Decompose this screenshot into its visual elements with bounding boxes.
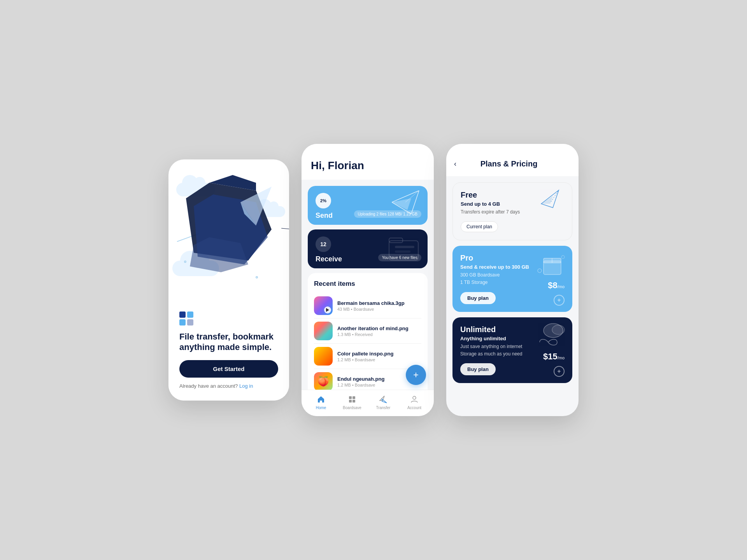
file-info-2: Another iteration of mind.png 1.3 MB • R…: [337, 326, 421, 337]
svg-marker-26: [541, 196, 553, 204]
hero-art: [168, 159, 289, 323]
receive-card[interactable]: 12 Receive You have 6 new files: [308, 229, 428, 268]
file-meta-4: 1.2 MB • Boardsave: [337, 383, 421, 387]
svg-rect-20: [349, 400, 352, 402]
svg-rect-16: [395, 250, 410, 253]
nav-boardsave-label: Boardsave: [343, 406, 361, 410]
svg-marker-17: [326, 308, 329, 312]
pro-plan-illustration: [536, 251, 567, 280]
file-meta-3: 1.2 MB • Boardsave: [337, 357, 421, 362]
file-info-3: Color pallete inspo.png 1.2 MB • Boardsa…: [337, 351, 421, 362]
nav-boardsave[interactable]: Boardsave: [340, 395, 364, 410]
home-greeting: Hi, Florian: [311, 159, 424, 172]
unlimited-plan-action: Buy plan: [460, 363, 565, 375]
plans-screen: ‹ Plans & Pricing Free Send up to 4 GB T…: [446, 144, 579, 416]
account-icon: [410, 395, 419, 404]
fab-button[interactable]: +: [406, 365, 426, 385]
svg-rect-9: [187, 319, 193, 326]
plan-card-free: Free Send up to 4 GB Transfers expire af…: [452, 182, 572, 240]
home-header: Hi, Florian: [302, 144, 434, 180]
file-item-3[interactable]: Color pallete inspo.png 1.2 MB • Boardsa…: [314, 344, 421, 369]
nav-transfer-label: Transfer: [376, 406, 391, 410]
plane-icon: [392, 191, 423, 215]
svg-rect-6: [179, 312, 186, 318]
file-name-3: Color pallete inspo.png: [337, 351, 421, 357]
home-icon: [316, 395, 326, 404]
screens-container: File transfer, bookmark anything made si…: [168, 144, 579, 416]
onboarding-bottom: File transfer, bookmark anything made si…: [168, 304, 289, 401]
file-meta-1: 43 MB • Boardsave: [337, 307, 421, 312]
already-account-text: Already have an account? Log in: [179, 383, 278, 389]
unlimited-price-unit: /mo: [558, 355, 565, 360]
nav-transfer[interactable]: Transfer: [372, 395, 395, 410]
file-thumb-gaming: [314, 296, 333, 315]
tagline: File transfer, bookmark anything made si…: [179, 332, 278, 352]
file-item-1[interactable]: Bermain bersama chika.3gp 43 MB • Boards…: [314, 293, 421, 318]
get-started-button[interactable]: Get Started: [179, 360, 278, 378]
login-link[interactable]: Log in: [239, 383, 253, 389]
plans-title: Plans & Pricing: [461, 159, 557, 168]
svg-rect-15: [395, 246, 414, 248]
transfer-icon: [379, 395, 388, 404]
plan-card-unlimited: Unlimited Anything unlimited Just save a…: [452, 317, 572, 383]
pro-price-unit: /mo: [558, 284, 565, 289]
bottom-navigation: Home Boardsave: [302, 390, 434, 416]
svg-rect-18: [349, 396, 352, 399]
pro-plan-price: $8/mo: [548, 280, 565, 290]
progress-circle: 2%: [316, 193, 331, 208]
pro-price-amount: $8: [548, 280, 557, 290]
svg-point-32: [561, 256, 565, 259]
svg-rect-21: [352, 400, 355, 402]
unlimited-plan-illustration: [532, 323, 567, 354]
onboarding-screen: File transfer, bookmark anything made si…: [168, 159, 289, 401]
free-plan-action: Current plan: [461, 221, 564, 232]
unlimited-plan-price: $15/mo: [543, 352, 565, 362]
file-item-2[interactable]: Another iteration of mind.png 1.3 MB • R…: [314, 318, 421, 344]
hero-illustration: [178, 167, 279, 284]
home-content: 2% Send Uploading 2 files 128 MB/ 1.23 G…: [302, 180, 434, 390]
back-button[interactable]: ‹: [454, 160, 456, 168]
play-overlay: [324, 306, 331, 313]
file-thumb-fruit: 🍑: [314, 372, 333, 390]
nav-account[interactable]: Account: [403, 395, 426, 410]
file-meta-2: 1.3 MB • Received: [337, 332, 421, 337]
receive-folder-icon: [387, 235, 422, 264]
unlimited-plus-button[interactable]: +: [554, 366, 565, 377]
svg-point-34: [552, 325, 565, 334]
nav-home-label: Home: [316, 406, 326, 410]
send-card[interactable]: 2% Send Uploading 2 files 128 MB/ 1.23 G…: [308, 186, 428, 225]
unlimited-price-amount: $15: [543, 352, 558, 361]
nav-account-label: Account: [407, 406, 421, 410]
file-info-1: Bermain bersama chika.3gp 43 MB • Boards…: [337, 300, 421, 312]
boardsave-icon: [347, 395, 357, 404]
current-plan-badge[interactable]: Current plan: [461, 221, 498, 232]
file-item-4[interactable]: 🍑 Endul ngeunah.png 1.2 MB • Boardsave: [314, 369, 421, 390]
svg-rect-7: [187, 312, 193, 318]
svg-point-24: [413, 396, 416, 399]
pro-plus-button[interactable]: +: [554, 295, 565, 306]
plans-content: Free Send up to 4 GB Transfers expire af…: [446, 176, 579, 416]
svg-marker-23: [382, 399, 387, 403]
receive-badge: 12: [316, 236, 331, 252]
home-screen: Hi, Florian 2% Send Uploading 2 files 12…: [302, 144, 434, 416]
file-thumb-mind: [314, 322, 333, 340]
file-name-1: Bermain bersama chika.3gp: [337, 300, 421, 306]
recent-title: Recent items: [314, 280, 421, 288]
nav-home[interactable]: Home: [309, 395, 333, 410]
free-plan-illustration: [539, 188, 566, 211]
connector-line: [281, 228, 289, 231]
unlimited-buy-button[interactable]: Buy plan: [460, 363, 496, 375]
svg-line-27: [551, 190, 559, 202]
file-name-2: Another iteration of mind.png: [337, 326, 421, 331]
file-thumb-color: [314, 347, 333, 366]
pro-plan-action: Buy plan: [460, 292, 565, 304]
plan-card-pro: Pro Send & receive up to 300 GB 300 GB B…: [452, 246, 572, 312]
svg-rect-19: [352, 396, 355, 399]
pro-buy-button[interactable]: Buy plan: [460, 292, 496, 304]
svg-point-31: [538, 269, 542, 273]
svg-rect-8: [179, 319, 186, 326]
plans-header: ‹ Plans & Pricing: [446, 144, 579, 176]
logo-mark: [179, 312, 193, 326]
